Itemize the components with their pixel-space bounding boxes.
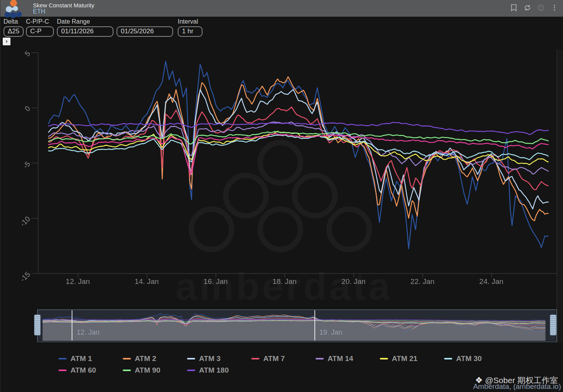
x-tick-label: 12. Jan (60, 277, 96, 286)
legend-marker (123, 358, 131, 359)
date-range-control: Date Range 01/11/2026 01/25/2026 (57, 18, 173, 37)
symbol-label: ETH (33, 8, 45, 15)
y-tick-label: -10 (10, 215, 32, 237)
date-to-input[interactable]: 01/25/2026 (117, 26, 173, 37)
navigator-date-label: 12. Jan (77, 328, 100, 337)
cp-label: C-P/P-C (26, 18, 54, 25)
x-tick-label: 16. Jan (198, 277, 233, 286)
refresh-icon[interactable] (523, 3, 532, 12)
legend-label: ATM 2 (135, 354, 156, 363)
x-tick-label: 22. Jan (405, 277, 440, 286)
legend-item-atm-7[interactable]: ATM 7 (251, 353, 316, 364)
legend-marker (316, 358, 324, 359)
legend-label: ATM 60 (70, 366, 96, 375)
legend-item-atm-60[interactable]: ATM 60 (58, 364, 123, 376)
navigator-frame (37, 309, 557, 342)
legend-label: ATM 1 (70, 354, 92, 363)
page-title: Skew Constant Maturity (33, 2, 94, 9)
legend-item-atm-14[interactable]: ATM 14 (316, 353, 380, 364)
interval-label: Interval (178, 18, 203, 25)
y-tick-label: 0 (10, 104, 32, 126)
delta-selector[interactable]: Δ25 (3, 26, 24, 37)
vertical-scrollbar[interactable] (557, 50, 563, 343)
legend-item-atm-3[interactable]: ATM 3 (187, 353, 251, 364)
x-tick-label: 20. Jan (336, 277, 371, 286)
kebab-menu-icon[interactable] (550, 3, 559, 12)
legend-marker (251, 358, 259, 359)
legend-item-atm-1[interactable]: ATM 1 (58, 353, 123, 364)
info-icon[interactable] (537, 3, 545, 12)
main-chart-plot[interactable] (31, 50, 557, 280)
date-range-label: Date Range (57, 18, 173, 25)
navigator-right-handle[interactable] (550, 315, 556, 335)
legend-label: ATM 30 (456, 354, 482, 363)
legend-marker (58, 370, 67, 371)
y-tick-label: -15 (10, 270, 32, 292)
legend-label: ATM 21 (392, 354, 417, 363)
legend-marker (187, 370, 195, 371)
navigator-gridline (72, 310, 72, 340)
interval-selector[interactable]: 1 hr (178, 26, 203, 37)
navigator-gridline (314, 310, 315, 340)
legend-item-atm-180[interactable]: ATM 180 (187, 364, 251, 376)
delta-control: Delta Δ25 (3, 18, 24, 37)
legend-item-atm-2[interactable]: ATM 2 (123, 353, 187, 364)
legend-marker (187, 358, 195, 359)
legend-marker (444, 358, 452, 359)
amberdata-logo-icon (3, 0, 24, 19)
date-from-input[interactable]: 01/11/2026 (57, 26, 113, 37)
chart-legend: ATM 1ATM 2ATM 3ATM 7ATM 14ATM 21ATM 30AT… (58, 353, 517, 376)
legend-marker (380, 358, 388, 359)
bookmark-icon[interactable] (510, 3, 518, 12)
legend-label: ATM 7 (263, 354, 285, 363)
legend-marker (123, 370, 131, 371)
y-tick-label: -5 (10, 160, 32, 182)
x-tick-label: 18. Jan (267, 277, 302, 286)
navigator-date-label: 19. Jan (319, 328, 342, 337)
navigator-left-handle[interactable] (34, 315, 41, 335)
legend-item-atm-30[interactable]: ATM 30 (444, 353, 508, 364)
x-tick-label: 24. Jan (474, 277, 509, 286)
legend-label: ATM 90 (135, 366, 160, 375)
legend-label: ATM 3 (199, 354, 221, 363)
y-tick-label: 5 (10, 49, 32, 71)
legend-item-atm-90[interactable]: ATM 90 (123, 364, 187, 376)
legend-label: ATM 14 (328, 354, 353, 363)
x-tick-label: 14. Jan (129, 277, 165, 286)
sidebar-expander-button[interactable]: › (3, 38, 10, 45)
legend-label: ATM 180 (199, 366, 229, 375)
interval-control: Interval 1 hr (178, 18, 203, 37)
cp-selector[interactable]: C-P (26, 26, 54, 37)
cp-control: C-P/P-C C-P (26, 18, 54, 37)
legend-item-atm-21[interactable]: ATM 21 (380, 353, 444, 364)
skew-constant-maturity-window: amberdata Skew Constant Maturity ETH (0, 0, 563, 392)
diamond-icon: ❖ (475, 375, 483, 385)
legend-marker (58, 358, 67, 359)
delta-label: Delta (3, 18, 24, 25)
watermark-account: ❖@Sober 期权工作室 (475, 375, 558, 386)
